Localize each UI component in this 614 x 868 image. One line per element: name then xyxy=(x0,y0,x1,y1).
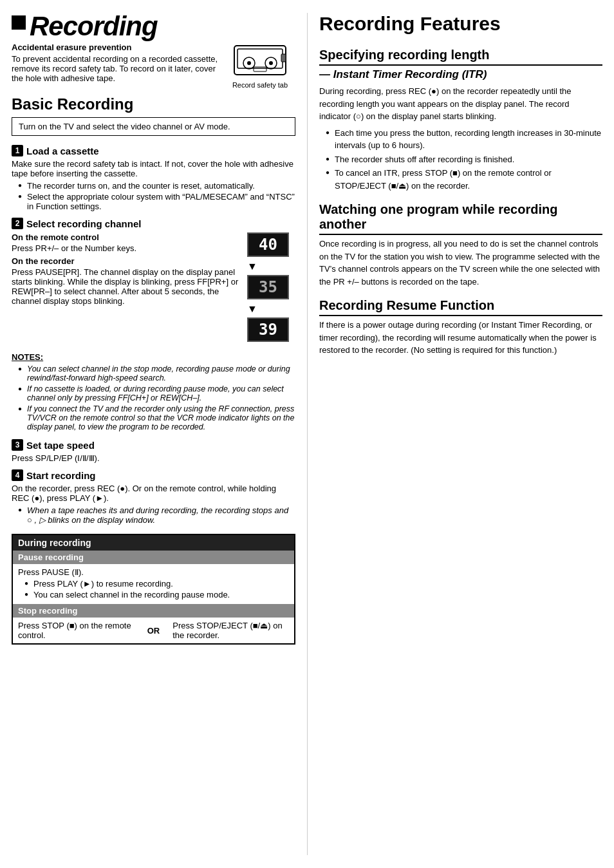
page-title: Recording xyxy=(30,13,158,40)
step-1-block: 1 Load a cassette Make sure the record s… xyxy=(12,145,295,211)
during-recording-block: During recording Pause recording Press P… xyxy=(12,534,295,645)
step-2-content: 40 ▼ 35 ▼ 39 On the remote control Press… xyxy=(12,232,295,306)
svg-rect-0 xyxy=(234,46,286,75)
stop-col1: Press STOP (■) on the remote control. xyxy=(18,621,135,640)
step-1-bullet-1: The recorder turns on, and the counter i… xyxy=(18,181,295,191)
step-3-heading: 3 Set tape speed xyxy=(12,439,295,451)
step-1-heading: 1 Load a cassette xyxy=(12,145,295,156)
notes-heading: NOTES: xyxy=(12,352,295,362)
step-2-number: 2 xyxy=(12,218,23,229)
channel-display-35: 35 xyxy=(247,275,289,299)
channel-display-group: 40 ▼ 35 ▼ 39 xyxy=(247,232,289,346)
stop-recording-content: Press STOP (■) on the remote control. OR… xyxy=(13,618,294,643)
note-1: You can select channel in the stop mode,… xyxy=(18,364,295,382)
itr-bullet-3: To cancel an ITR, press STOP (■) on the … xyxy=(326,167,602,192)
pause-bullet-1: Press PLAY (►) to resume recording. xyxy=(24,579,289,589)
svg-rect-6 xyxy=(254,67,266,71)
pause-bullet-2: You can select channel in the recording … xyxy=(24,590,289,599)
step-4-content: On the recorder, press REC (●). Or on th… xyxy=(12,484,295,525)
watch-title: Watching one program while recording ano… xyxy=(319,202,602,235)
itr-body-text: During recording, press REC (●) on the r… xyxy=(319,85,602,123)
step-2-heading: 2 Select recording channel xyxy=(12,218,295,229)
step-4-heading: 4 Start recording xyxy=(12,469,295,481)
itr-body: During recording, press REC (●) on the r… xyxy=(319,85,602,192)
svg-point-5 xyxy=(269,61,273,65)
step-3-block: 3 Set tape speed Press SP/LP/EP (Ⅰ/Ⅱ/Ⅲ). xyxy=(12,439,295,463)
tv-instruction: Turn on the TV and select the video chan… xyxy=(12,117,295,136)
watch-section: Watching one program while recording ano… xyxy=(319,202,602,288)
step-1-body-text: Make sure the record safety tab is intac… xyxy=(12,159,295,178)
channel-display-40: 40 xyxy=(247,232,289,257)
pause-recording-content: Press PAUSE (Ⅱ). Press PLAY (►) to resum… xyxy=(13,564,294,604)
cassette-image-block: Record safety tab xyxy=(225,42,295,89)
arrow-down-1: ▼ xyxy=(247,261,257,272)
svg-point-3 xyxy=(247,61,251,65)
step-3-body: Press SP/LP/EP (Ⅰ/Ⅱ/Ⅲ). xyxy=(12,453,295,463)
page-title-block: Recording xyxy=(12,13,295,40)
itr-title: Specifying recording length xyxy=(319,48,602,66)
step-1-body: Make sure the record safety tab is intac… xyxy=(12,159,295,211)
step-2-block: 2 Select recording channel 40 ▼ 35 ▼ 39 xyxy=(12,218,295,346)
step-4-block: 4 Start recording On the recorder, press… xyxy=(12,469,295,525)
accidental-body: To prevent accidental recording on a rec… xyxy=(12,54,218,83)
resume-body-text: If there is a power outage during record… xyxy=(319,319,602,357)
arrow-down-2: ▼ xyxy=(247,303,257,315)
itr-subtitle: — Instant Timer Recording (ITR) xyxy=(319,68,602,81)
stop-or: OR xyxy=(147,626,160,636)
svg-rect-7 xyxy=(281,54,286,62)
itr-section: Specifying recording length — Instant Ti… xyxy=(319,48,602,192)
step-2-title: Select recording channel xyxy=(26,218,141,229)
pause-body: Press PAUSE (Ⅱ). xyxy=(18,567,289,577)
right-column: Recording Features Specifying recording … xyxy=(307,13,602,855)
resume-body: If there is a power outage during record… xyxy=(319,319,602,357)
itr-bullet-1: Each time you press the button, recordin… xyxy=(326,127,602,152)
watch-body: Once recording is in progress, all you n… xyxy=(319,238,602,288)
title-square-icon xyxy=(12,15,26,30)
step-4-body: On the recorder, press REC (●). Or on th… xyxy=(12,484,295,503)
pause-bullets: Press PLAY (►) to resume recording. You … xyxy=(24,579,289,599)
right-title: Recording Features xyxy=(319,13,602,37)
accidental-text: Accidental erasure prevention To prevent… xyxy=(12,42,218,83)
note-2: If no cassette is loaded, or during reco… xyxy=(18,384,295,402)
notes-list: You can select channel in the stop mode,… xyxy=(18,364,295,431)
watch-body-text: Once recording is in progress, all you n… xyxy=(319,238,602,288)
itr-bullet-2: The recorder shuts off after recording i… xyxy=(326,153,602,166)
accidental-heading: Accidental erasure prevention xyxy=(12,42,131,52)
during-recording-header: During recording xyxy=(13,535,294,551)
itr-bullets: Each time you press the button, recordin… xyxy=(326,127,602,193)
step-3-number: 3 xyxy=(12,439,23,451)
step-3-title: Set tape speed xyxy=(26,440,95,451)
basic-recording-title: Basic Recording xyxy=(12,95,295,113)
left-column: Recording Accidental erasure prevention … xyxy=(12,13,307,855)
step-4-bullets: When a tape reaches its and during recor… xyxy=(18,505,295,525)
stop-recording-header: Stop recording xyxy=(13,604,294,618)
pause-recording-header: Pause recording xyxy=(13,551,294,564)
cassette-icon xyxy=(231,42,289,78)
step-1-number: 1 xyxy=(12,145,23,156)
step-4-number: 4 xyxy=(12,469,23,481)
step-1-bullets: The recorder turns on, and the counter i… xyxy=(18,181,295,211)
stop-row: Press STOP (■) on the remote control. OR… xyxy=(18,621,289,640)
step-1-title: Load a cassette xyxy=(26,146,99,156)
note-3: If you connect the TV and the recorder o… xyxy=(18,404,295,431)
step-4-bullet-1: When a tape reaches its and during recor… xyxy=(18,505,295,525)
stop-col2: Press STOP/EJECT (■/⏏) on the recorder. xyxy=(172,621,289,640)
resume-title: Recording Resume Function xyxy=(319,298,602,316)
notes-block: NOTES: You can select channel in the sto… xyxy=(12,352,295,431)
step-1-bullet-2: Select the appropriate colour system wit… xyxy=(18,192,295,211)
step-4-title: Start recording xyxy=(26,470,96,481)
resume-section: Recording Resume Function If there is a … xyxy=(319,298,602,357)
record-safety-label: Record safety tab xyxy=(225,81,295,89)
accidental-block: Accidental erasure prevention To prevent… xyxy=(12,42,295,89)
channel-display-39: 39 xyxy=(247,317,289,342)
